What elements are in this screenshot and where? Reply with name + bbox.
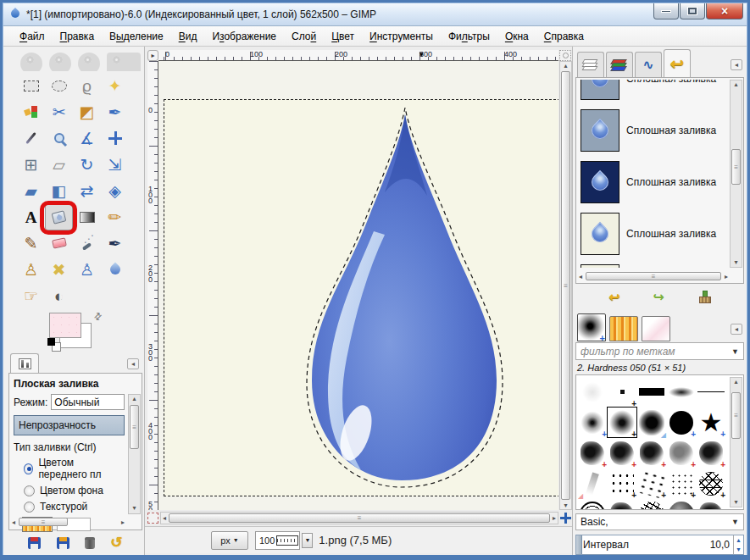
menu-Файл[interactable]: Файл [12, 28, 53, 45]
tool-zoom[interactable] [45, 125, 73, 152]
brush-cell[interactable] [697, 377, 725, 407]
menu-Изображение[interactable]: Изображение [204, 28, 284, 45]
brush-vscrollbar[interactable]: ▴ ≡ ▾ [730, 377, 742, 507]
tool-clone[interactable]: ♙ [17, 257, 45, 283]
quick-mask-toggle[interactable] [147, 513, 158, 524]
brush-cell[interactable] [697, 499, 725, 509]
brush-cell[interactable] [578, 438, 607, 468]
title-bar[interactable]: *[1] (импортировано)-6.0 (Индексированны… [3, 3, 747, 26]
navigation-button[interactable] [558, 512, 572, 524]
scroll-left-icon[interactable]: ◂ [579, 273, 582, 280]
scroll-right-icon[interactable]: ▸ [121, 518, 125, 526]
tool-options-tab[interactable] [10, 353, 39, 373]
scroll-right-icon[interactable]: ▸ [725, 273, 728, 280]
scroll-right-icon[interactable]: ▸ [553, 514, 556, 522]
scroll-down-icon[interactable]: ▾ [564, 502, 567, 509]
slider-handle[interactable] [576, 535, 582, 554]
tool-foreground-select[interactable]: ◩ [73, 99, 101, 125]
close-button[interactable]: × [706, 3, 743, 19]
tab-gradients[interactable] [642, 316, 670, 341]
scroll-left-icon[interactable]: ◂ [12, 518, 15, 526]
brush-cell[interactable] [697, 469, 725, 498]
tool-options-menu-button[interactable]: ◂ [127, 358, 139, 369]
tool-blur-sharpen[interactable] [101, 257, 129, 283]
default-colors-icon[interactable] [47, 338, 61, 352]
canvas-menu-button[interactable]: ▸ [147, 50, 158, 61]
zoom-combo[interactable]: 100 [255, 531, 300, 550]
scroll-thumb[interactable]: ≡ [19, 518, 68, 526]
tool-align[interactable]: ⊞ [17, 152, 45, 178]
dock-menu-button[interactable]: ◂ [731, 59, 742, 70]
tool-perspective[interactable]: ◧ [45, 178, 73, 204]
scroll-up-icon[interactable]: ▴ [132, 395, 136, 402]
brush-cell[interactable] [608, 499, 636, 509]
tool-ellipse-select[interactable] [45, 73, 73, 99]
tool-fuzzy-select[interactable]: ✦ [101, 73, 129, 99]
tool-options-vscrollbar[interactable]: ▴ ≡ ▾ [128, 394, 141, 514]
scroll-down-icon[interactable]: ▾ [132, 504, 136, 512]
scroll-thumb[interactable]: ≡ [169, 513, 550, 523]
fill-option-selected[interactable]: Цветом переднего пл [24, 457, 125, 480]
history-item[interactable]: Сплошная заливка [579, 259, 728, 268]
brush-cell[interactable] [637, 377, 666, 407]
scroll-left-icon[interactable]: ◂ [163, 514, 166, 522]
tool-bucket-fill[interactable] [45, 204, 73, 230]
tab-patterns[interactable] [609, 316, 638, 341]
menu-Слой[interactable]: Слой [284, 28, 324, 45]
history-hscrollbar[interactable]: ◂ ≡ ▸ [579, 270, 728, 282]
menu-Выделение[interactable]: Выделение [102, 28, 171, 45]
tool-gradient[interactable] [73, 204, 101, 230]
tool-shear[interactable]: ▰ [17, 178, 45, 204]
history-vscrollbar[interactable]: ▴ ≡ ▾ [730, 80, 742, 268]
brush-cell[interactable]: ★ [697, 408, 725, 437]
tool-scissors-select[interactable]: ✂ [45, 99, 73, 125]
brush-cell[interactable] [608, 469, 636, 498]
tab-channels[interactable] [606, 52, 633, 77]
undo-button[interactable]: ↩ [608, 289, 619, 305]
tool-text[interactable]: A [17, 204, 45, 230]
scroll-thumb[interactable]: ≡ [731, 149, 741, 185]
tool-airbrush[interactable] [73, 230, 101, 257]
canvas-image[interactable] [164, 99, 558, 496]
spin-down-icon[interactable]: ▼ [734, 545, 743, 554]
brush-cell[interactable] [637, 499, 666, 509]
history-item[interactable]: Сплошная заливка [579, 208, 728, 259]
tool-perspective-clone[interactable]: ♙ [73, 257, 101, 283]
tool-heal[interactable]: ✖ [45, 257, 73, 283]
brush-cell[interactable] [667, 377, 696, 407]
tool-dodge-burn[interactable]: ◐ [45, 283, 73, 309]
zoom-fit-toggle[interactable] [559, 50, 571, 61]
opacity-slider[interactable]: Непрозрачность [14, 415, 125, 435]
canvas-vscrollbar[interactable]: ▴ ≡ ▾ [559, 61, 572, 510]
tool-select-by-color[interactable] [17, 99, 45, 125]
brush-cell[interactable] [667, 408, 696, 437]
tool-smudge[interactable]: ☞ [17, 283, 45, 309]
tool-paintbrush[interactable]: ✎ [17, 230, 45, 257]
redo-button[interactable]: ↪ [653, 289, 664, 305]
brush-cell-selected[interactable] [608, 408, 636, 437]
tool-cage-transform[interactable]: ◈ [101, 178, 129, 204]
brush-cell[interactable] [667, 499, 696, 509]
tab-layers[interactable] [577, 52, 604, 77]
menu-Окна[interactable]: Окна [497, 28, 536, 45]
swap-colors-icon[interactable]: ⇄ [92, 309, 105, 323]
history-item[interactable]: Сплошная заливка [579, 104, 728, 156]
mode-combo[interactable]: Обычный [51, 394, 125, 410]
menu-Инструменты[interactable]: Инструменты [362, 28, 441, 45]
tool-ink[interactable]: ✒ [101, 230, 129, 257]
tool-measure[interactable]: ∡ [73, 125, 101, 152]
tool-crop[interactable]: ▱ [45, 152, 73, 178]
tool-rotate[interactable]: ↻ [73, 152, 101, 178]
tool-scale[interactable]: ⇲ [101, 152, 129, 178]
scroll-down-icon[interactable]: ▾ [734, 498, 737, 506]
tag-filter-input[interactable]: фильтр по меткам ▼ [575, 342, 744, 360]
tool-color-picker[interactable] [17, 125, 45, 152]
tool-move[interactable] [101, 125, 129, 152]
brush-cell[interactable] [578, 377, 607, 407]
foreground-color-swatch[interactable] [49, 313, 81, 338]
history-item[interactable]: Сплошная заливка [579, 156, 728, 208]
brush-cell[interactable] [667, 438, 696, 468]
unit-dropdown[interactable]: px▼ [211, 531, 248, 550]
menu-Справка[interactable]: Справка [536, 28, 592, 45]
brush-cell[interactable] [578, 469, 607, 498]
